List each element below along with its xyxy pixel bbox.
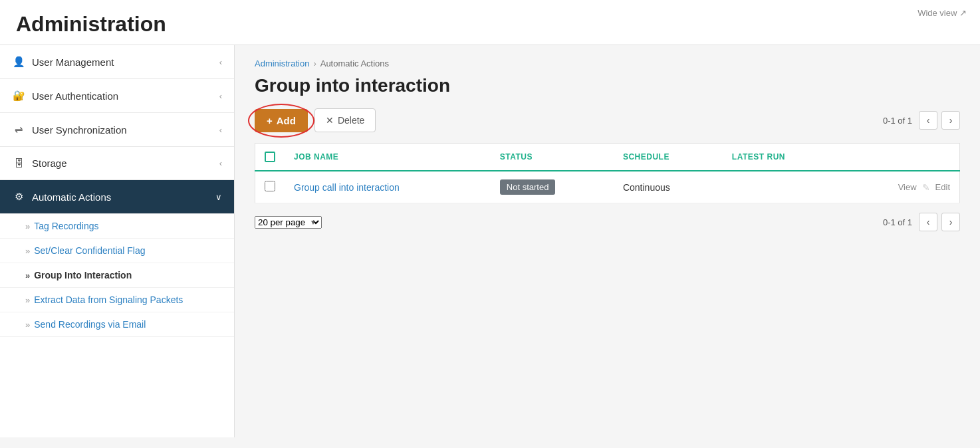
toolbar: + Add ✕ Delete 0-1 of 1 ‹ › xyxy=(255,108,960,132)
breadcrumb: Administration › Automatic Actions xyxy=(255,58,960,68)
sidebar-item-label: User Management xyxy=(32,56,114,68)
chevron-icon: ‹ xyxy=(219,158,222,168)
sidebar-item-label: Storage xyxy=(32,158,67,169)
breadcrumb-administration[interactable]: Administration xyxy=(255,58,309,68)
user-authentication-icon: 🔐 xyxy=(12,90,25,102)
view-action-link[interactable]: View xyxy=(898,182,917,192)
add-button-wrapper: + Add xyxy=(255,109,308,132)
sidebar-subitem-tag-recordings[interactable]: » Tag Recordings xyxy=(0,214,234,239)
subitem-label: Extract Data from Signaling Packets xyxy=(34,294,183,305)
bottom-prev-page-button[interactable]: ‹ xyxy=(919,213,937,231)
sidebar-item-label: User Synchronization xyxy=(32,124,127,136)
sidebar-subitem-set-clear-confidential[interactable]: » Set/Clear Confidential Flag xyxy=(0,239,234,263)
top-pagination: 0-1 of 1 ‹ › xyxy=(883,111,960,130)
subitem-label: Send Recordings via Email xyxy=(34,319,146,330)
table-header-actions xyxy=(842,144,959,171)
bottom-next-page-button[interactable]: › xyxy=(941,213,960,231)
row-latest-run xyxy=(723,171,842,203)
table-header-checkbox xyxy=(255,144,285,171)
main-layout: 👤 User Management ‹ 🔐 User Authenticatio… xyxy=(0,45,980,437)
table-header-schedule: SCHEDULE xyxy=(614,144,723,171)
table-body: Group call into interaction Not started … xyxy=(255,171,960,203)
bullet-icon: » xyxy=(25,221,30,231)
table-header-job-name: JOB NAME xyxy=(285,144,491,171)
edit-action-link[interactable]: Edit xyxy=(935,182,950,192)
automatic-actions-subitems: » Tag Recordings » Set/Clear Confidentia… xyxy=(0,214,234,337)
table-header-status: STATUS xyxy=(491,144,614,171)
user-management-icon: 👤 xyxy=(12,56,25,68)
row-status: Not started xyxy=(491,171,614,203)
row-actions-cell: View ✎ Edit xyxy=(842,171,959,203)
sidebar-item-user-management[interactable]: 👤 User Management ‹ xyxy=(0,45,234,79)
table-header-latest-run: LATEST RUN xyxy=(723,144,842,171)
row-checkbox-cell xyxy=(255,171,285,203)
subitem-label: Group Into Interaction xyxy=(34,270,132,280)
sidebar-item-label: User Authentication xyxy=(32,90,118,102)
data-table: JOB NAME STATUS SCHEDULE LATEST RUN Grou… xyxy=(255,143,960,203)
bullet-icon: » xyxy=(25,246,30,256)
sidebar-subitem-send-recordings[interactable]: » Send Recordings via Email xyxy=(0,312,234,337)
row-checkbox[interactable] xyxy=(265,181,275,191)
sidebar-subitem-extract-data[interactable]: » Extract Data from Signaling Packets xyxy=(0,288,234,312)
row-schedule: Continuous xyxy=(614,171,723,203)
status-badge: Not started xyxy=(500,179,556,195)
breadcrumb-separator: › xyxy=(313,58,316,68)
subitem-label: Set/Clear Confidential Flag xyxy=(34,245,145,256)
sidebar-item-user-synchronization[interactable]: ⇌ User Synchronization ‹ xyxy=(0,113,234,147)
row-job-name: Group call into interaction xyxy=(285,171,491,203)
sidebar-item-storage[interactable]: 🗄 Storage ‹ xyxy=(0,147,234,180)
bottom-pagination-info: 0-1 of 1 xyxy=(883,217,912,227)
bullet-icon: » xyxy=(25,320,30,330)
storage-icon: 🗄 xyxy=(12,158,25,169)
pagination-info: 0-1 of 1 xyxy=(883,116,912,126)
bottom-toolbar: 20 per page 50 per page 100 per page 0-1… xyxy=(255,213,960,231)
chevron-down-icon: ∨ xyxy=(215,192,222,202)
delete-icon: ✕ xyxy=(326,115,334,126)
sidebar-item-user-authentication[interactable]: 🔐 User Authentication ‹ xyxy=(0,79,234,113)
table-row: Group call into interaction Not started … xyxy=(255,171,960,203)
bottom-pagination: 0-1 of 1 ‹ › xyxy=(883,213,960,231)
add-label: Add xyxy=(277,115,296,126)
per-page-wrapper: 20 per page 50 per page 100 per page xyxy=(255,216,322,229)
wide-view-link[interactable]: Wide view ↗ xyxy=(918,8,967,18)
bullet-icon: » xyxy=(25,295,30,305)
chevron-icon: ‹ xyxy=(219,91,222,101)
add-button[interactable]: + Add xyxy=(255,109,308,132)
sidebar-subitem-group-into-interaction[interactable]: » Group Into Interaction xyxy=(0,263,234,288)
page-heading: Administration xyxy=(16,12,964,37)
next-page-button[interactable]: › xyxy=(941,111,960,130)
chevron-icon: ‹ xyxy=(219,57,222,67)
delete-button[interactable]: ✕ Delete xyxy=(314,108,376,132)
table-header: JOB NAME STATUS SCHEDULE LATEST RUN xyxy=(255,144,960,171)
actions-separator: ✎ xyxy=(922,182,930,193)
sidebar-item-automatic-actions[interactable]: ⚙ Automatic Actions ∨ xyxy=(0,180,234,214)
prev-page-button[interactable]: ‹ xyxy=(919,111,937,130)
page-title: Group into interaction xyxy=(255,75,960,96)
job-name-link[interactable]: Group call into interaction xyxy=(294,182,400,193)
select-all-checkbox[interactable] xyxy=(265,152,275,162)
chevron-icon: ‹ xyxy=(219,125,222,135)
automatic-actions-icon: ⚙ xyxy=(12,191,25,203)
sidebar-item-label: Automatic Actions xyxy=(32,191,111,203)
content-area: Administration › Automatic Actions Group… xyxy=(235,45,980,437)
top-header: Administration Wide view ↗ xyxy=(0,0,980,45)
row-actions: View ✎ Edit xyxy=(851,182,950,193)
sidebar: 👤 User Management ‹ 🔐 User Authenticatio… xyxy=(0,45,235,437)
delete-label: Delete xyxy=(338,115,364,126)
bullet-icon: » xyxy=(25,271,30,280)
plus-icon: + xyxy=(267,115,273,126)
breadcrumb-automatic-actions: Automatic Actions xyxy=(320,58,389,68)
user-sync-icon: ⇌ xyxy=(12,124,25,136)
per-page-select[interactable]: 20 per page 50 per page 100 per page xyxy=(255,216,322,229)
subitem-label: Tag Recordings xyxy=(34,221,98,231)
